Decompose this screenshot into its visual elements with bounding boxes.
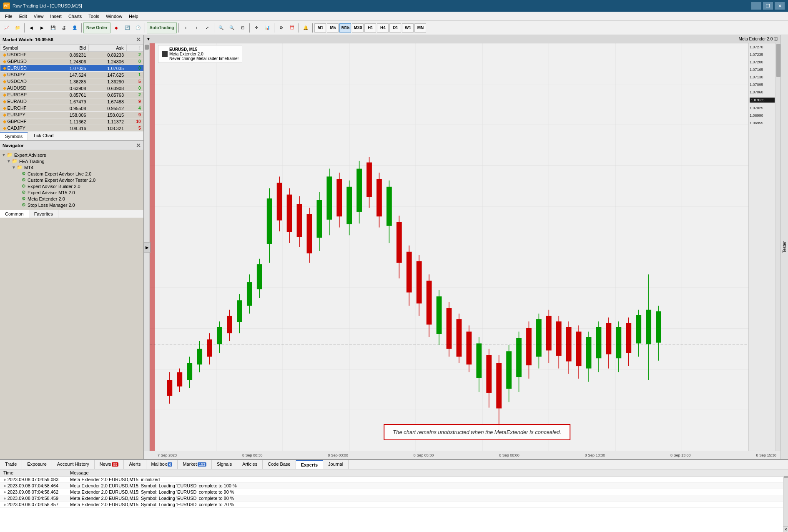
svg-rect-107 <box>606 323 612 354</box>
notifications-button[interactable]: 🔔 <box>301 23 311 33</box>
nav-tab-common[interactable]: Common <box>0 210 29 218</box>
tab-articles[interactable]: Articles <box>237 460 263 469</box>
zoom-minus-button[interactable]: 🔍 <box>227 23 237 33</box>
zoom-in-button[interactable]: ↕ <box>181 23 191 33</box>
bid-cell: 158.006 <box>51 112 89 118</box>
tf-m30[interactable]: M30 <box>352 23 364 33</box>
news-badge: 99 <box>112 462 118 467</box>
save-button[interactable]: 💾 <box>48 23 58 33</box>
log-row: ● 2023.09.08 07:04:58.457 Meta Extender … <box>0 502 788 508</box>
menu-view[interactable]: View <box>30 13 47 20</box>
navigator-close[interactable]: ✕ <box>136 142 141 149</box>
market-watch-row[interactable]: ◆ EURJPY 158.006 158.015 9 <box>0 112 143 118</box>
menu-edit[interactable]: Edit <box>16 13 30 20</box>
tf-m5[interactable]: M5 <box>327 23 339 33</box>
tab-journal[interactable]: Journal <box>323 460 349 469</box>
chart-scrollbar-v[interactable] <box>775 43 780 451</box>
market-watch-row[interactable]: ◆ EURAUD 1.67479 1.67488 9 <box>0 98 143 105</box>
fit-button[interactable]: ⊡ <box>238 23 248 33</box>
tf-h1[interactable]: H1 <box>364 23 376 33</box>
close-button[interactable]: ✕ <box>775 2 785 10</box>
tf-w1[interactable]: W1 <box>402 23 414 33</box>
tab-mailbox[interactable]: Mailbox6 <box>146 460 178 469</box>
log-row: ● 2023.09.08 07:04:58.464 Meta Extender … <box>0 483 788 489</box>
market-watch-row[interactable]: ◆ EURUSD 1.07035 1.07035 0 <box>0 65 143 72</box>
market-watch-row[interactable]: ◆ USDJPY 147.624 147.625 1 <box>0 72 143 78</box>
symbol-cell: ◆ EURCHF <box>0 105 51 112</box>
market-watch-row[interactable]: ◆ USDCAD 1.36285 1.36290 5 <box>0 78 143 85</box>
menu-charts[interactable]: Charts <box>65 13 85 20</box>
period-button[interactable]: ⏰ <box>287 23 297 33</box>
tab-experts[interactable]: Experts <box>296 460 323 469</box>
history-button[interactable]: 🕐 <box>133 23 143 33</box>
tab-alerts[interactable]: Alerts <box>124 460 146 469</box>
market-watch-row[interactable]: ◆ GBPCHF 1.11362 1.11372 10 <box>0 118 143 125</box>
crosshair-button[interactable]: ✛ <box>251 23 261 33</box>
menu-file[interactable]: File <box>2 13 16 20</box>
nav-item-ea-m15[interactable]: ⚙ Expert Advisor M15 2.0 <box>2 189 142 196</box>
tf-m1[interactable]: M1 <box>314 23 326 33</box>
line-button[interactable]: 📊 <box>262 23 272 33</box>
chart-plot[interactable]: EURUSD, M15 Meta Extender 2.0 Never chan… <box>150 43 748 451</box>
nav-item-eab[interactable]: ⚙ Expert Advisor Builder 2.0 <box>2 183 142 189</box>
market-watch-close[interactable]: ✕ <box>136 36 141 43</box>
market-watch-row[interactable]: ◆ USDCHF 0.89231 0.89233 2 <box>0 52 143 58</box>
tf-mn[interactable]: MN <box>414 23 426 33</box>
print-button[interactable]: 🖨 <box>59 23 69 33</box>
new-order-button[interactable]: New Order <box>83 23 110 33</box>
tab-tick-chart[interactable]: Tick Chart <box>28 132 59 140</box>
restore-button[interactable]: ❐ <box>763 2 773 10</box>
zoom-plus-button[interactable]: 🔍 <box>216 23 226 33</box>
price-3: 1.07200 <box>750 60 775 64</box>
nav-item-cea-live[interactable]: ⚙ Custom Expert Advisor Live 2.0 <box>2 171 142 177</box>
navigator-bottom-tabs: Common Favorites <box>0 210 143 218</box>
tab-symbols[interactable]: Symbols <box>0 132 28 140</box>
svg-rect-97 <box>556 321 562 356</box>
nav-item-cea-tester[interactable]: ⚙ Custom Expert Advisor Tester 2.0 <box>2 177 142 183</box>
market-watch-row[interactable]: ◆ EURCHF 0.95508 0.95512 4 <box>0 105 143 112</box>
nav-fea-trading[interactable]: ▼ 📁 FEA Trading <box>2 158 142 164</box>
market-watch-row[interactable]: ◆ AUDUSD 0.63908 0.63908 0 <box>0 85 143 92</box>
menu-help[interactable]: Help <box>125 13 142 20</box>
market-watch-row[interactable]: ◆ CADJPY 108.316 108.321 5 <box>0 125 143 132</box>
tf-h4[interactable]: H4 <box>377 23 389 33</box>
tab-account-history[interactable]: Account History <box>52 460 95 469</box>
autotrading-button[interactable]: AutoTrading <box>147 23 177 33</box>
tab-code-base[interactable]: Code Base <box>263 460 296 469</box>
nav-tab-favorites[interactable]: Favorites <box>29 210 58 218</box>
tab-market[interactable]: Market153 <box>178 460 212 469</box>
profile-button[interactable]: 👤 <box>70 23 80 33</box>
scrollbar-close[interactable]: ✕ <box>783 526 788 532</box>
nav-item-meta-extender[interactable]: ⚙ Meta Extender 2.0 <box>2 196 142 202</box>
tab-signals[interactable]: Signals <box>212 460 237 469</box>
market-watch-row[interactable]: ◆ EURGBP 0.85761 0.85763 2 <box>0 92 143 98</box>
tf-d1[interactable]: D1 <box>389 23 401 33</box>
svg-rect-105 <box>596 327 602 358</box>
buy-button[interactable]: ◆ <box>111 23 121 33</box>
menu-insert[interactable]: Insert <box>47 13 65 20</box>
nav-item-stop-loss[interactable]: ⚙ Stop Loss Manager 2.0 <box>2 202 142 208</box>
back-button[interactable]: ◀ <box>26 23 36 33</box>
zoom-out-button[interactable]: ↕ <box>191 23 201 33</box>
tf-m15[interactable]: M15 <box>339 23 351 33</box>
menu-window[interactable]: Window <box>103 13 125 20</box>
tester-panel[interactable]: Tester <box>780 35 788 459</box>
template-button[interactable]: ⚙ <box>276 23 286 33</box>
sell-button[interactable]: 🔄 <box>122 23 132 33</box>
nav-cea-live-label: Custom Expert Advisor Live 2.0 <box>28 171 91 176</box>
chart-scroll-left[interactable]: ▶ <box>144 242 151 252</box>
forward-button[interactable]: ▶ <box>37 23 47 33</box>
market-watch-row[interactable]: ◆ GBPUSD 1.24806 1.24806 0 <box>0 58 143 65</box>
spread-cell: 0 <box>126 65 143 72</box>
tab-trade[interactable]: Trade <box>0 460 22 469</box>
expand-button[interactable]: ⤢ <box>202 23 212 33</box>
open-button[interactable]: 📁 <box>13 23 23 33</box>
menu-tools[interactable]: Tools <box>85 13 103 20</box>
bottom-scrollbar[interactable]: ✕ <box>783 469 788 532</box>
tab-exposure[interactable]: Exposure <box>22 460 52 469</box>
minimize-button[interactable]: ─ <box>751 2 761 10</box>
nav-mt4[interactable]: ▼ 📁 MT4 <box>2 164 142 171</box>
nav-expert-advisors[interactable]: ▼ 📁 Expert Advisors <box>2 152 142 158</box>
new-chart-button[interactable]: 📈 <box>2 23 12 33</box>
tab-news[interactable]: News99 <box>95 460 124 469</box>
